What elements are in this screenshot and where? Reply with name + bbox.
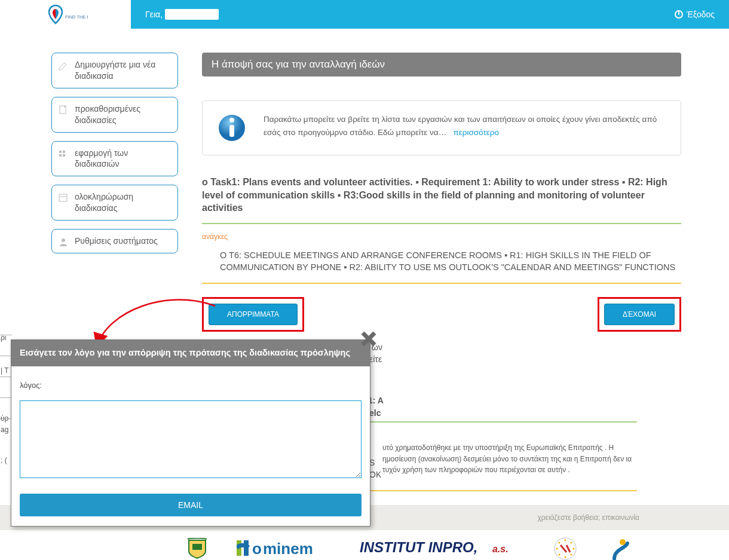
info-icon [217, 113, 247, 143]
sidebar-item-label: Δημιουργήστε μια νέα διαδικασία [75, 60, 155, 81]
greeting: Γεια, [145, 9, 219, 20]
logout-label: Έξοδος [687, 10, 715, 19]
close-icon[interactable] [360, 331, 377, 347]
obscured-text: ag [1, 426, 8, 434]
logo[interactable]: FIND THE BEST [0, 0, 131, 29]
svg-point-9 [229, 118, 234, 123]
sidebar-item-apply-processes[interactable]: εφαρμογή των διαδικασιών [51, 141, 178, 177]
obscured-yellow-rule [369, 490, 637, 491]
document-icon [58, 105, 69, 115]
partner-hominem-logo: o minem [237, 538, 332, 559]
greeting-name-blank [165, 9, 219, 20]
svg-point-7 [62, 238, 65, 242]
partner-logos: o minem INSTITUT INPRO, a.s. [185, 537, 632, 560]
sidebar-item-create-process[interactable]: Δημιουργήστε μια νέα διαδικασία [51, 53, 178, 88]
sidebar-item-label: προκαθορισμένες διαδικασίες [75, 104, 140, 125]
info-text: Παρακάτω μπορείτε να βρείτε τη λίστα των… [264, 113, 666, 139]
topbar-right: Γεια, Έξοδος [131, 0, 729, 29]
svg-point-20 [571, 542, 572, 544]
main-content: Η άποψή σας για την ανταλλαγή ιδεών Παρα… [202, 53, 681, 332]
grid-icon [58, 149, 69, 160]
sidebar-item-predefined-processes[interactable]: προκαθορισμένες διαδικασίες [51, 97, 178, 133]
modal-title: Εισάγετε τον λόγο για την απόρριψη της π… [11, 340, 370, 366]
svg-rect-10 [229, 125, 234, 137]
reason-label: λόγος: [20, 381, 362, 390]
reject-button[interactable]: ΑΠΟΡΡΙΜΜΑΤΑ [209, 304, 298, 325]
calendar-icon [58, 192, 69, 203]
greeting-label: Γεια, [145, 10, 163, 19]
email-button[interactable]: EMAIL [20, 494, 362, 516]
topbar: FIND THE BEST Γεια, Έξοδος [0, 0, 729, 29]
partner-figure-icon [609, 537, 632, 560]
accept-button-highlight: ΔΈΧΟΜΑΙ [598, 297, 681, 332]
svg-text:minem: minem [263, 540, 313, 558]
footer-help-link[interactable]: χρειάζεστε βοήθεια; επικοινωνία [537, 513, 639, 522]
sidebar: Δημιουργήστε μια νέα διαδικασία προκαθορ… [51, 53, 178, 332]
logo-pin-icon: FIND THE BEST [44, 4, 88, 25]
obscured-text: elc [369, 408, 381, 418]
reject-reason-modal: Εισάγετε τον λόγο για την απόρριψη της π… [11, 339, 370, 527]
reject-button-highlight: ΑΠΟΡΡΙΜΜΑΤΑ [202, 297, 304, 332]
svg-rect-3 [59, 154, 62, 157]
svg-rect-1 [59, 151, 62, 153]
pencil-icon [58, 60, 69, 71]
svg-point-24 [559, 554, 560, 556]
svg-rect-5 [59, 194, 67, 201]
obscured-text: | T [1, 366, 9, 375]
task-block: ο Task1: Plans events and volunteer acti… [202, 176, 681, 284]
task-title: ο Task1: Plans events and volunteer acti… [202, 176, 681, 224]
sidebar-item-label: Ρυθμίσεις συστήματος [75, 236, 158, 246]
reason-input[interactable] [20, 400, 362, 478]
obscured-green-rule [369, 421, 637, 423]
info-more-link[interactable]: περισσότερο [453, 128, 499, 137]
partner-eu-stars-icon [549, 537, 582, 560]
svg-rect-2 [63, 151, 65, 153]
action-row: ΑΠΟΡΡΙΜΜΑΤΑ ΔΈΧΟΜΑΙ [202, 297, 681, 332]
sidebar-item-label: ολοκληρώρωση διαδικασίας [75, 192, 133, 213]
svg-point-21 [573, 548, 575, 550]
page: Δημιουργήστε μια νέα διαδικασία προκαθορ… [0, 29, 729, 332]
svg-rect-11 [192, 544, 202, 550]
svg-rect-4 [63, 154, 65, 157]
svg-point-25 [556, 548, 558, 550]
sidebar-item-label: εφαρμογή των διαδικασιών [75, 148, 128, 169]
svg-text:INSTITUT INPRO,: INSTITUT INPRO, [360, 539, 477, 555]
obscured-text: ρι [1, 333, 7, 342]
partner-inpro-logo: INSTITUT INPRO, a.s. [360, 538, 521, 559]
modal-body: λόγος: EMAIL [11, 366, 370, 526]
svg-point-26 [559, 542, 560, 544]
user-icon [58, 237, 69, 247]
obscured-left-lines [0, 335, 12, 439]
svg-point-23 [565, 556, 566, 558]
logo-text: FIND THE BEST [65, 14, 88, 20]
disclaimer-text: υτό χρηματοδοτήθηκε με την υποστήριξη τη… [382, 442, 639, 476]
obscured-text: είτε [369, 354, 382, 364]
partner-crest-icon [185, 538, 209, 559]
svg-point-22 [571, 554, 572, 556]
accept-button[interactable]: ΔΈΧΟΜΑΙ [604, 304, 675, 325]
svg-text:a.s.: a.s. [492, 544, 509, 554]
needs-body: O T6: SCHEDULE MEETINGS AND ARRANGE CONF… [202, 249, 681, 284]
power-icon [675, 10, 683, 19]
obscured-text: ύρ [1, 414, 8, 423]
svg-text:o: o [252, 540, 262, 558]
obscured-text: ; ( [1, 456, 7, 464]
svg-point-19 [565, 540, 566, 541]
sidebar-item-complete-process[interactable]: ολοκληρώρωση διαδικασίας [51, 185, 178, 221]
page-title: Η άποψή σας για την ανταλλαγή ιδεών [202, 53, 681, 76]
sidebar-item-system-settings[interactable]: Ρυθμίσεις συστήματος [51, 229, 178, 253]
logout-button[interactable]: Έξοδος [675, 10, 715, 19]
info-box: Παρακάτω μπορείτε να βρείτε τη λίστα των… [202, 100, 681, 155]
needs-label: ανάγκες [202, 232, 681, 241]
